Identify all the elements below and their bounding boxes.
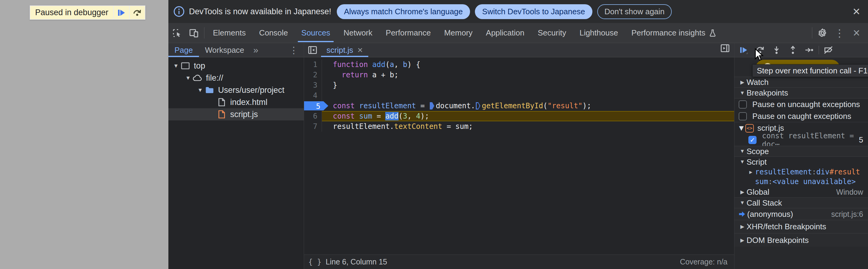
code-text[interactable] xyxy=(322,90,734,101)
tab-application[interactable]: Application xyxy=(479,23,531,43)
section-dom-breakpoints[interactable]: ▶ DOM Breakpoints xyxy=(735,234,868,247)
line-number[interactable]: 1 xyxy=(304,59,322,70)
token: ( xyxy=(399,112,403,120)
step-over-tooltip: Step over next function call - F10 - ⌘ ' xyxy=(752,64,868,77)
token: ); xyxy=(582,102,591,110)
tab-console[interactable]: Console xyxy=(252,23,294,43)
resume-button[interactable] xyxy=(736,43,752,57)
step-into-button[interactable] xyxy=(768,43,785,57)
breakpoint-enabled-checkbox[interactable]: ✓ xyxy=(748,136,756,144)
pause-caught-row[interactable]: Pause on caught exceptions xyxy=(735,110,868,122)
call-stack-frame[interactable]: (anonymous) script.js:6 xyxy=(735,208,868,220)
line-number[interactable]: 6 xyxy=(304,111,322,121)
code-text[interactable]: } xyxy=(322,80,734,90)
token: = xyxy=(416,102,429,110)
tab-workspace[interactable]: Workspace xyxy=(199,43,250,57)
line-number[interactable]: 4 xyxy=(304,90,322,101)
tree-item-label: index.html xyxy=(230,98,268,107)
tab-elements[interactable]: Elements xyxy=(206,23,252,43)
section-scope[interactable]: ▼ Scope xyxy=(735,146,868,157)
code-text[interactable]: resultElement.textContent = sum; xyxy=(322,121,734,132)
script-file-icon: <> xyxy=(745,124,754,133)
line-number[interactable]: 7 xyxy=(304,121,322,132)
scope-script-group[interactable]: ▼ Script xyxy=(735,157,868,167)
tree-item-top[interactable]: ▼top xyxy=(168,60,304,72)
step-over-banner-button[interactable] xyxy=(129,6,145,19)
step-button[interactable] xyxy=(801,43,817,57)
pause-caught-checkbox[interactable] xyxy=(739,112,747,120)
code-text[interactable]: const sum = add(3, 4); xyxy=(322,111,734,121)
chevron-right-icon: ▶ xyxy=(738,79,747,85)
tree-item-file[interactable]: ▼file:// xyxy=(168,72,304,84)
dont-show-again-button[interactable]: Don't show again xyxy=(597,4,672,19)
settings-gear-icon[interactable] xyxy=(814,23,831,43)
code-text[interactable]: const resultElement = document.getElemen… xyxy=(322,101,734,111)
frame-icon xyxy=(180,62,191,70)
tree-item-label: file:// xyxy=(206,73,223,83)
cloud-icon xyxy=(192,74,203,82)
collapse-debugger-icon[interactable] xyxy=(717,43,734,53)
code-text[interactable]: function add(a, b) { xyxy=(322,59,734,70)
tab-sources[interactable]: Sources xyxy=(295,23,337,43)
more-options-kebab-icon[interactable]: ⋮ xyxy=(831,23,848,43)
editor-tab-script-js[interactable]: script.js × xyxy=(321,43,368,57)
editor-tab-close-icon[interactable]: × xyxy=(358,45,363,55)
tab-lighthouse[interactable]: Lighthouse xyxy=(573,23,624,43)
switch-to-japanese-button[interactable]: Switch DevTools to Japanese xyxy=(475,4,592,19)
tab-network[interactable]: Network xyxy=(337,23,379,43)
pretty-print-icon[interactable]: { } xyxy=(308,258,321,266)
watch-label: Watch xyxy=(747,78,769,87)
section-xhr-breakpoints[interactable]: ▶ XHR/fetch Breakpoints xyxy=(735,220,868,234)
breakpoint-line-number[interactable]: 5 xyxy=(304,101,322,111)
breakpoint-flag[interactable]: 5 xyxy=(304,101,328,110)
toolbar-right: ⋮ × xyxy=(810,23,868,43)
code-text[interactable]: return a + b; xyxy=(322,70,734,80)
code-editor[interactable]: 1function add(a, b) {2 return a + b;3}45… xyxy=(304,57,734,254)
inspect-cursor-icon xyxy=(172,28,182,38)
devtools-close-icon[interactable]: × xyxy=(848,23,865,43)
section-watch[interactable]: ▶ Watch xyxy=(735,77,868,88)
tab-performance-insights[interactable]: Performance insights xyxy=(625,23,723,43)
device-toolbar-icon xyxy=(189,28,199,38)
tree-item-script-js[interactable]: script.js xyxy=(168,108,304,120)
scope-global-group[interactable]: ▶ Global Window xyxy=(735,187,868,197)
section-breakpoints[interactable]: ▼ Breakpoints xyxy=(735,88,868,99)
step-out-button[interactable] xyxy=(785,43,801,57)
code-line-3: 3} xyxy=(304,80,734,90)
collapse-navigator-icon[interactable] xyxy=(304,43,321,57)
tab-memory[interactable]: Memory xyxy=(437,23,479,43)
tree-item-users-user-project[interactable]: ▼Users/user/project xyxy=(168,84,304,96)
line-number[interactable]: 2 xyxy=(304,70,322,80)
resume-script-button[interactable] xyxy=(113,6,129,19)
navigator-kebab-icon[interactable]: ⋮ xyxy=(284,45,304,55)
chevron-down-icon[interactable]: ▼ xyxy=(196,87,204,93)
line-number[interactable]: 3 xyxy=(304,80,322,90)
scope-var-sum[interactable]: sum: <value unavailable> xyxy=(735,177,868,187)
tab-label: Application xyxy=(486,28,524,37)
notification-close-icon[interactable]: × xyxy=(851,5,862,18)
inspect-element-button[interactable] xyxy=(168,23,185,43)
section-call-stack[interactable]: ▼ Call Stack xyxy=(735,197,868,208)
chevron-down-icon[interactable]: ▼ xyxy=(172,63,180,69)
tree-item-index-html[interactable]: index.html xyxy=(168,96,304,108)
token: "result" xyxy=(548,102,583,110)
device-toolbar-button[interactable] xyxy=(185,23,202,43)
more-tabs-chevron-icon[interactable]: » xyxy=(250,45,261,55)
token: const xyxy=(333,102,355,110)
pause-uncaught-row[interactable]: Pause on uncaught exceptions xyxy=(735,99,868,110)
always-match-language-button[interactable]: Always match Chrome's language xyxy=(337,4,470,19)
deactivate-breakpoints-button[interactable] xyxy=(820,43,837,57)
editor-tab-label: script.js xyxy=(327,46,353,55)
pause-uncaught-checkbox[interactable] xyxy=(739,100,747,109)
tab-performance[interactable]: Performance xyxy=(379,23,438,43)
tab-security[interactable]: Security xyxy=(531,23,573,43)
token xyxy=(355,102,359,110)
chevron-down-icon[interactable]: ▼ xyxy=(184,75,192,81)
scope-var-resultElement[interactable]: ▶ resultElement: div#result xyxy=(735,167,868,177)
main-toolbar: ElementsConsoleSourcesNetworkPerformance… xyxy=(168,23,868,43)
file-tree: ▼top▼file://▼Users/user/projectindex.htm… xyxy=(168,57,304,269)
tab-page[interactable]: Page xyxy=(168,43,199,57)
chevron-down-icon: ▼ xyxy=(738,148,747,154)
breakpoint-entry[interactable]: ✓ const resultElement = doc⋯ 5 xyxy=(735,134,868,146)
cursor-position: Line 6, Column 15 xyxy=(326,258,387,266)
